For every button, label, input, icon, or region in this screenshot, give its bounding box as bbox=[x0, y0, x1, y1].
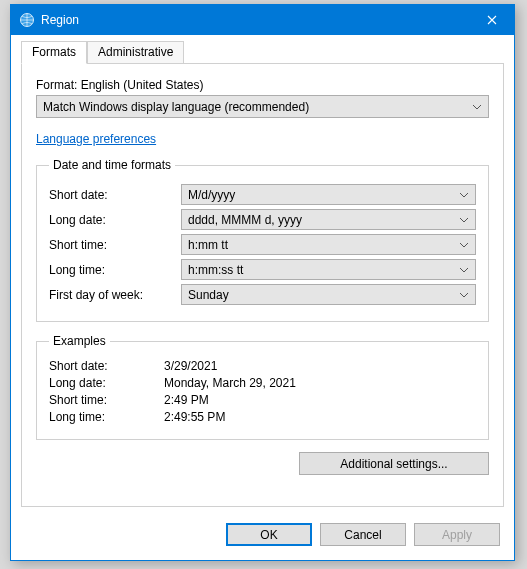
chevron-down-icon bbox=[459, 292, 469, 298]
apply-button[interactable]: Apply bbox=[414, 523, 500, 546]
ex-short-date-label: Short date: bbox=[49, 359, 164, 373]
format-select-value: Match Windows display language (recommen… bbox=[43, 100, 309, 114]
close-icon bbox=[487, 15, 497, 25]
chevron-down-icon bbox=[459, 192, 469, 198]
region-dialog: Region Formats Administrative Format: En… bbox=[10, 4, 515, 561]
ex-long-time-value: 2:49:55 PM bbox=[164, 410, 225, 424]
long-time-value: h:mm:ss tt bbox=[188, 263, 243, 277]
dialog-buttons: OK Cancel Apply bbox=[11, 515, 514, 560]
long-date-select[interactable]: dddd, MMMM d, yyyy bbox=[181, 209, 476, 230]
short-time-value: h:mm tt bbox=[188, 238, 228, 252]
chevron-down-icon bbox=[459, 267, 469, 273]
window-title: Region bbox=[41, 13, 469, 27]
language-preferences-link[interactable]: Language preferences bbox=[36, 132, 156, 146]
first-day-label: First day of week: bbox=[49, 288, 181, 302]
chevron-down-icon bbox=[459, 242, 469, 248]
ex-long-date-label: Long date: bbox=[49, 376, 164, 390]
first-day-value: Sunday bbox=[188, 288, 229, 302]
tab-administrative-label: Administrative bbox=[98, 45, 173, 59]
long-time-label: Long time: bbox=[49, 263, 181, 277]
ex-short-time-label: Short time: bbox=[49, 393, 164, 407]
short-time-select[interactable]: h:mm tt bbox=[181, 234, 476, 255]
long-date-label: Long date: bbox=[49, 213, 181, 227]
format-select[interactable]: Match Windows display language (recommen… bbox=[36, 95, 489, 118]
additional-settings-button[interactable]: Additional settings... bbox=[299, 452, 489, 475]
cancel-label: Cancel bbox=[344, 528, 381, 542]
tab-strip: Formats Administrative bbox=[11, 35, 514, 63]
tab-formats[interactable]: Formats bbox=[21, 41, 87, 64]
short-date-value: M/d/yyyy bbox=[188, 188, 235, 202]
ok-label: OK bbox=[260, 528, 277, 542]
format-label: Format: English (United States) bbox=[36, 78, 489, 92]
tab-administrative[interactable]: Administrative bbox=[87, 41, 184, 63]
ex-short-time-value: 2:49 PM bbox=[164, 393, 209, 407]
tab-formats-label: Formats bbox=[32, 45, 76, 59]
ex-short-date-value: 3/29/2021 bbox=[164, 359, 217, 373]
long-time-select[interactable]: h:mm:ss tt bbox=[181, 259, 476, 280]
cancel-button[interactable]: Cancel bbox=[320, 523, 406, 546]
short-date-label: Short date: bbox=[49, 188, 181, 202]
ex-long-date-value: Monday, March 29, 2021 bbox=[164, 376, 296, 390]
examples-group: Examples Short date: 3/29/2021 Long date… bbox=[36, 334, 489, 440]
close-button[interactable] bbox=[469, 5, 514, 35]
date-time-formats-legend: Date and time formats bbox=[49, 158, 175, 172]
short-date-select[interactable]: M/d/yyyy bbox=[181, 184, 476, 205]
long-date-value: dddd, MMMM d, yyyy bbox=[188, 213, 302, 227]
chevron-down-icon bbox=[472, 104, 482, 110]
tab-body: Format: English (United States) Match Wi… bbox=[21, 63, 504, 507]
ex-long-time-label: Long time: bbox=[49, 410, 164, 424]
first-day-select[interactable]: Sunday bbox=[181, 284, 476, 305]
ok-button[interactable]: OK bbox=[226, 523, 312, 546]
additional-settings-label: Additional settings... bbox=[340, 457, 447, 471]
apply-label: Apply bbox=[442, 528, 472, 542]
examples-legend: Examples bbox=[49, 334, 110, 348]
short-time-label: Short time: bbox=[49, 238, 181, 252]
date-time-formats-group: Date and time formats Short date: M/d/yy… bbox=[36, 158, 489, 322]
globe-icon bbox=[19, 12, 35, 28]
titlebar: Region bbox=[11, 5, 514, 35]
chevron-down-icon bbox=[459, 217, 469, 223]
